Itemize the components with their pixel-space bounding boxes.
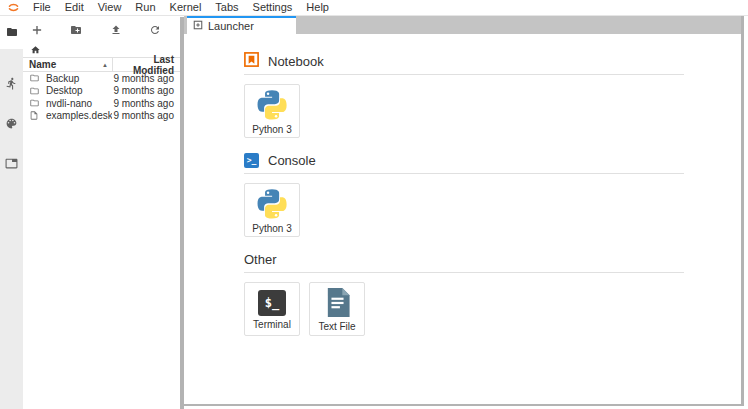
file-row-backup[interactable]: Backup 9 months ago xyxy=(23,72,180,85)
file-row-examples-desktop[interactable]: examples.desktop 9 months ago xyxy=(23,110,180,123)
file-list-header: Name ▲ Last Modified xyxy=(23,57,180,72)
menu-bar: File Edit View Run Kernel Tabs Settings … xyxy=(0,0,748,16)
notebook-cards: Python 3 xyxy=(244,84,741,138)
file-name: Backup xyxy=(46,73,112,84)
section-label: Notebook xyxy=(268,54,324,69)
file-name: nvdli-nano xyxy=(46,98,112,109)
card-label: Python 3 xyxy=(252,223,291,234)
folder-outline-icon xyxy=(29,98,41,109)
python-logo-icon xyxy=(257,90,287,124)
jupyterlab-window: File Edit View Run Kernel Tabs Settings … xyxy=(0,0,748,409)
sidebar-tab-command-palette[interactable] xyxy=(0,109,23,141)
console-icon: >_ xyxy=(244,153,259,168)
menu-item-help[interactable]: Help xyxy=(299,0,336,15)
menu-item-edit[interactable]: Edit xyxy=(58,0,91,15)
launcher-content: Notebook Python 3 xyxy=(184,34,741,404)
console-cards: Python 3 xyxy=(244,183,741,237)
text-file-icon xyxy=(325,288,350,321)
launcher-card-terminal[interactable]: $_ Terminal xyxy=(244,282,300,336)
new-folder-button[interactable] xyxy=(68,22,84,38)
card-label: Python 3 xyxy=(252,124,291,135)
new-launcher-button[interactable] xyxy=(29,22,45,38)
refresh-button[interactable] xyxy=(147,22,163,38)
tab-launcher[interactable]: Launcher xyxy=(187,16,296,34)
notebook-icon xyxy=(244,52,259,70)
section-rule xyxy=(244,74,684,75)
terminal-icon: $_ xyxy=(258,290,286,316)
section-rule xyxy=(244,272,684,273)
section-header-console: >_ Console xyxy=(244,152,741,168)
section-label: Console xyxy=(268,153,316,168)
menu-item-tabs[interactable]: Tabs xyxy=(208,0,245,15)
jupyter-logo-icon xyxy=(0,1,26,14)
file-browser-panel: Name ▲ Last Modified Backup 9 months ago… xyxy=(23,17,180,409)
menu-item-run[interactable]: Run xyxy=(128,0,162,15)
file-modified: 9 months ago xyxy=(112,85,180,96)
python-logo-icon xyxy=(257,189,287,223)
upload-button[interactable] xyxy=(108,22,124,38)
launcher-card-notebook-python3[interactable]: Python 3 xyxy=(244,84,300,138)
section-rule xyxy=(244,173,684,174)
left-sidebar-strip xyxy=(0,17,23,409)
menu-item-file[interactable]: File xyxy=(26,0,58,15)
launcher-tab-icon xyxy=(193,20,203,32)
file-name: examples.desktop xyxy=(46,110,112,121)
sidebar-tab-open-tabs[interactable] xyxy=(0,149,23,181)
palette-icon xyxy=(5,116,18,134)
folder-outline-icon xyxy=(29,73,41,84)
file-modified: 9 months ago xyxy=(112,110,180,121)
main-dock-panel: Launcher Notebook xyxy=(184,16,744,406)
folder-outline-icon xyxy=(29,85,41,96)
sort-ascending-icon: ▲ xyxy=(102,62,108,68)
menu-item-settings[interactable]: Settings xyxy=(246,0,300,15)
home-icon[interactable] xyxy=(30,41,41,59)
section-header-other: Other xyxy=(244,251,741,267)
file-modified: 9 months ago xyxy=(112,98,180,109)
section-header-notebook: Notebook xyxy=(244,53,741,69)
other-cards: $_ Terminal xyxy=(244,282,741,336)
sidebar-tab-file-browser[interactable] xyxy=(0,17,23,49)
sidebar-tab-running-sessions[interactable] xyxy=(0,69,23,101)
file-browser-toolbar xyxy=(23,17,180,42)
launcher-card-text-file[interactable]: Text File xyxy=(309,282,365,336)
file-modified: 9 months ago xyxy=(112,73,180,84)
folder-icon xyxy=(5,24,19,42)
menu-item-kernel[interactable]: Kernel xyxy=(163,0,209,15)
tab-icon xyxy=(5,156,18,174)
card-label: Terminal xyxy=(253,319,291,330)
file-name: Desktop xyxy=(46,85,112,96)
main-tab-bar: Launcher xyxy=(184,16,741,34)
column-header-name[interactable]: Name ▲ xyxy=(23,58,112,71)
section-label: Other xyxy=(244,252,277,267)
running-man-icon xyxy=(5,76,18,94)
column-header-modified[interactable]: Last Modified xyxy=(112,58,180,71)
file-row-desktop[interactable]: Desktop 9 months ago xyxy=(23,85,180,98)
file-row-nvdli-nano[interactable]: nvdli-nano 9 months ago xyxy=(23,97,180,110)
column-name-label: Name xyxy=(29,59,56,70)
card-label: Text File xyxy=(318,321,355,332)
file-outline-icon xyxy=(29,110,41,121)
launcher-tab-label: Launcher xyxy=(208,20,254,32)
launcher-card-console-python3[interactable]: Python 3 xyxy=(244,183,300,237)
menu-item-view[interactable]: View xyxy=(91,0,129,15)
